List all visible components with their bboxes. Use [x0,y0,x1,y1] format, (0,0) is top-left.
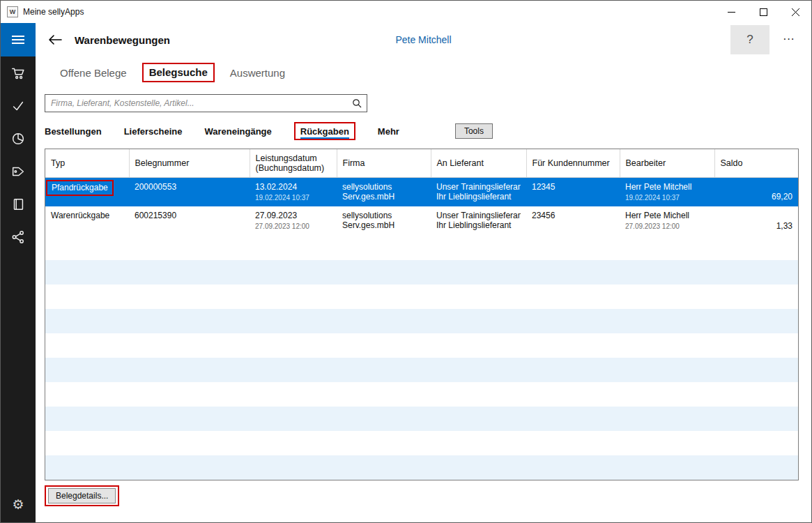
hamburger-menu-button[interactable] [1,23,36,56]
tab-belegsuche[interactable]: Belegsuche [149,66,208,78]
titlebar: W Meine sellyApps [1,1,811,23]
cell-typ: Warenrückgabe [51,211,109,220]
cell-firma-line2: Serv.ges.mbH [342,220,425,230]
maximize-button[interactable] [747,1,779,23]
table-row-empty [45,431,798,455]
sidebar-item-statistics[interactable] [1,122,36,155]
annotation-box-rueckgaben: Rückgaben [294,122,355,140]
subtab-rueckgaben[interactable]: Rückgaben [300,126,349,139]
cart-icon [10,66,26,81]
cell-saldo: 1,33 [714,206,798,236]
search-icon[interactable] [352,98,362,108]
annotation-box-belegsuche: Belegsuche [142,63,215,82]
gear-icon: ⚙ [12,497,24,513]
column-header-an-lieferant[interactable]: An Lieferant [431,149,526,177]
column-header-belegnummer[interactable]: Belegnummer [129,149,250,177]
window-controls [715,1,811,23]
cell-lieferant-line2: Ihr Lieblingslieferant [436,192,521,202]
cell-firma-line1: sellysolutions [342,182,425,192]
subtab-wareneingaenge[interactable]: Wareneingänge [204,126,271,137]
column-header-kundennummer[interactable]: Für Kundennummer [526,149,620,177]
pie-chart-icon [10,131,26,146]
cell-bearbeiter: Herr Pete Mitchell [625,182,709,192]
close-button[interactable] [779,1,811,23]
price-tag-icon [10,164,26,179]
subtab-lieferscheine[interactable]: Lieferscheine [124,126,183,137]
sidebar-item-settings[interactable]: ⚙ [1,488,36,521]
table-row-empty [45,236,798,260]
annotation-box-pfandrueckgabe: Pfandrückgabe [46,180,114,196]
sidebar-item-catalog[interactable] [1,188,36,220]
cell-buchungsdatum: 27.09.2023 12:00 [255,222,331,230]
tab-bar: Offene Belege Belegsuche Auswertung [36,56,811,89]
subtab-bestellungen[interactable]: Bestellungen [45,126,102,137]
cell-lieferant-line2: Ihr Lieblingslieferant [436,220,521,230]
table-footer: Belegdetails... [45,485,811,506]
column-header-firma[interactable]: Firma [337,149,431,177]
cell-buchungsdatum: 19.02.2024 10:37 [255,194,331,202]
more-button[interactable]: ... [776,25,802,54]
table-row-empty [45,285,798,309]
cell-leistungsdatum: 13.02.2024 [255,182,331,192]
cell-leistungsdatum: 27.09.2023 [255,211,331,220]
hamburger-icon [12,33,24,46]
cell-kundennummer: 23456 [532,211,614,220]
table-row[interactable]: Warenrückgabe 600215390 27.09.2023 27.09… [45,206,798,236]
window-title: Meine sellyApps [23,7,84,17]
search-box [45,94,367,112]
tab-auswertung[interactable]: Auswertung [230,67,285,79]
app-window: W Meine sellyApps [0,0,812,523]
cell-saldo: 69,20 [714,177,798,206]
table-row-empty [45,407,798,431]
book-icon [10,197,26,212]
cell-bearbeiter: Herr Pete Michell [625,211,709,220]
cell-bearbeiter-datum: 19.02.2024 10:37 [625,194,709,202]
tab-offene-belege[interactable]: Offene Belege [60,67,127,79]
cell-bearbeiter-datum: 27.09.2023 12:00 [625,222,709,230]
column-header-bearbeiter[interactable]: Bearbeiter [620,149,714,177]
column-header-typ[interactable]: Typ [45,149,129,177]
back-button[interactable] [45,30,65,50]
subtab-mehr[interactable]: Mehr [378,126,399,137]
table-row-empty [45,358,798,382]
help-button[interactable]: ? [730,25,769,54]
table-row-empty [45,382,798,407]
column-header-saldo[interactable]: Saldo [714,149,798,177]
table-row-empty [45,455,798,480]
sidebar: ⚙ [1,23,36,523]
checkmark-icon [10,98,26,114]
belegdetails-button[interactable]: Belegdetails... [48,488,116,503]
tools-button[interactable]: Tools [455,123,493,139]
cell-belegnummer: 600215390 [135,211,244,220]
table-header-row: Typ Belegnummer Leistungsdatum (Buchungs… [45,149,798,177]
app-icon: W [7,6,18,17]
cell-typ: Pfandrückgabe [52,183,108,192]
user-name[interactable]: Pete Mitchell [395,34,451,45]
table-row-empty [45,333,798,358]
back-arrow-icon [48,34,62,45]
sidebar-item-share[interactable] [1,220,36,253]
sidebar-item-cart[interactable] [1,56,36,89]
share-network-icon [10,229,26,245]
column-header-leistungsdatum[interactable]: Leistungsdatum (Buchungsdatum) [250,149,337,177]
cell-firma-line1: sellysolutions [342,211,425,220]
cell-lieferant-line1: Unser Trainingslieferant [436,182,521,192]
cell-belegnummer: 200000553 [135,182,244,192]
page-header: Warenbewegungen Pete Mitchell ? ... [36,23,811,56]
content-area: Warenbewegungen Pete Mitchell ? ... Offe… [36,23,811,523]
page-title: Warenbewegungen [75,34,170,46]
minimize-button[interactable] [715,1,747,23]
search-row [45,94,811,112]
results-table: Typ Belegnummer Leistungsdatum (Buchungs… [45,149,799,480]
table-row-empty [45,260,798,285]
cell-kundennummer: 12345 [532,182,614,192]
sidebar-item-prices[interactable] [1,155,36,188]
table-row[interactable]: Pfandrückgabe 200000553 13.02.2024 19.02… [45,177,798,206]
search-input[interactable] [45,98,352,108]
sidebar-item-tasks[interactable] [1,89,36,122]
annotation-box-belegdetails: Belegdetails... [45,485,119,506]
table-row-empty [45,309,798,333]
cell-firma-line2: Serv.ges.mbH [342,192,425,202]
subtab-bar: Bestellungen Lieferscheine Wareneingänge… [45,122,811,140]
cell-lieferant-line1: Unser Trainingslieferant [436,211,521,220]
